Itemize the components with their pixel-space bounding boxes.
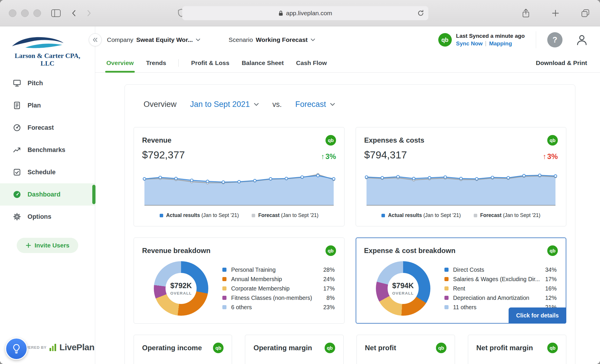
sidebar: Larson & Carter CPA, LLC Pitch Plan [0, 26, 95, 364]
forward-icon[interactable] [87, 10, 91, 17]
sync-now-link[interactable]: Sync Now [456, 40, 483, 47]
metric-card-net-profit-margin[interactable]: Net profit margin qb [468, 335, 566, 364]
card-title: Operating margin [253, 344, 312, 352]
liveplan-logo-icon [49, 343, 57, 352]
back-icon[interactable] [71, 10, 76, 17]
segment-percent: 28% [323, 266, 335, 273]
scenario-selector[interactable]: Scenario Working Forecast [229, 36, 315, 43]
legend-actual-label: Actual results [166, 212, 200, 218]
arrow-up-icon: ↑ [543, 152, 546, 161]
segment-label: Salaries & Wages (Excluding Dir... [453, 276, 540, 283]
close-window-button[interactable] [9, 9, 16, 17]
card-title: Revenue breakdown [142, 247, 210, 255]
expense-breakdown-card[interactable]: Expense & cost breakdown qb $794K OVERAL… [356, 237, 567, 324]
metric-card-row: Operating income qb Operating margin qb [134, 335, 566, 364]
reload-icon[interactable] [417, 10, 424, 17]
legend-row: Salaries & Wages (Excluding Dir...17% [444, 276, 557, 283]
donut-legend: Direct Costs34% Salaries & Wages (Exclud… [444, 266, 557, 311]
card-title: Operating income [142, 344, 202, 352]
sidebar-toggle-icon[interactable] [51, 9, 61, 17]
quickbooks-icon: qb [325, 343, 335, 353]
quickbooks-sync: qb Last Synced a minute ago Sync Now Map… [438, 33, 525, 47]
sidebar-item-schedule[interactable]: Schedule [0, 161, 95, 183]
minimize-window-button[interactable] [21, 9, 29, 17]
app-frame: Larson & Carter CPA, LLC Pitch Plan [0, 26, 600, 364]
expenses-card[interactable]: Expenses & costs qb $794,317 ↑ 3% [356, 127, 566, 226]
chevron-down-icon [330, 103, 335, 106]
download-print-button[interactable]: Download & Print [536, 59, 587, 66]
url-text: app.liveplan.com [286, 10, 332, 17]
segment-percent: 34% [545, 266, 557, 273]
sidebar-item-dashboard[interactable]: Dashboard [0, 183, 95, 206]
card-title: Net profit [365, 344, 396, 352]
legend-row: Fitness Classes (non-members)8% [222, 295, 335, 301]
segment-swatch [222, 296, 226, 300]
sidebar-item-benchmarks[interactable]: Benchmarks [0, 139, 95, 161]
help-button[interactable]: ? [547, 32, 562, 47]
card-title: Expense & cost breakdown [364, 247, 456, 255]
invite-users-button[interactable]: Invite Users [17, 238, 78, 253]
mapping-link[interactable]: Mapping [489, 40, 512, 47]
donut-total-label: OVERALL [392, 291, 414, 295]
tab-profit-loss[interactable]: Profit & Loss [191, 53, 229, 72]
period-value: Jan to Sept 2021 [190, 100, 250, 109]
legend-period: (Jan to Sept '21) [279, 212, 318, 218]
delta-value: 3% [547, 152, 558, 161]
delta-value: 3% [325, 152, 336, 161]
chevron-down-icon [196, 38, 200, 41]
tab-cash-flow[interactable]: Cash Flow [296, 53, 327, 72]
plus-icon [25, 242, 31, 248]
tab-overview[interactable]: Overview [106, 53, 134, 72]
sidebar-item-plan[interactable]: Plan [0, 94, 95, 117]
period-selector[interactable]: Jan to Sept 2021 [190, 100, 259, 109]
revenue-donut-chart: $792K OVERALL [154, 261, 208, 316]
sidebar-item-forecast[interactable]: Forecast [0, 117, 95, 139]
zoom-window-button[interactable] [33, 9, 41, 17]
segment-percent: 16% [545, 285, 557, 292]
segment-label: Corporate Membership [231, 285, 289, 292]
quickbooks-icon: qb [325, 245, 336, 256]
quickbooks-icon: qb [547, 245, 558, 256]
quickbooks-icon: qb [436, 343, 446, 353]
donut-center: $794K OVERALL [388, 273, 419, 304]
chart-legend: Actual results (Jan to Sept '21) Forecas… [364, 212, 558, 218]
click-for-details-button[interactable]: Click for details [509, 307, 566, 324]
address-bar[interactable]: app.liveplan.com [182, 6, 428, 20]
tab-trends[interactable]: Trends [146, 53, 166, 72]
segment-swatch [444, 296, 449, 300]
quickbooks-icon: qb [547, 343, 558, 353]
breakdown-row: Revenue breakdown qb $792K OVERALL [134, 237, 566, 324]
lightbulb-help-button[interactable] [5, 338, 28, 360]
main-area: Company Sweat Equity Wor... Scenario Wor… [95, 26, 600, 364]
share-icon[interactable] [521, 8, 530, 18]
compare-selector[interactable]: Forecast [295, 100, 335, 109]
revenue-card[interactable]: Revenue qb $792,377 ↑ 3% [134, 127, 345, 226]
expense-donut-chart: $794K OVERALL [376, 261, 430, 316]
tab-balance-sheet[interactable]: Balance Sheet [242, 53, 284, 72]
segment-swatch [444, 277, 449, 281]
sidebar-item-label: Options [28, 213, 51, 221]
tab-overview-icon[interactable] [581, 8, 590, 18]
metric-card-operating-margin[interactable]: Operating margin qb [245, 335, 343, 364]
forecast-icon [12, 123, 22, 132]
user-account-button[interactable] [575, 33, 588, 46]
legend-row: Corporate Membership17% [222, 285, 335, 292]
powered-by: POWERED BY LivePlan [19, 342, 94, 352]
logo-waves-icon [7, 35, 69, 52]
company-selector[interactable]: Company Sweat Equity Wor... [107, 36, 200, 43]
sidebar-item-pitch[interactable]: Pitch [0, 72, 95, 94]
revenue-value: $792,377 [142, 149, 185, 161]
metric-card-net-profit[interactable]: Net profit qb [357, 335, 455, 364]
scenario-label: Scenario [229, 36, 253, 43]
revenue-breakdown-card[interactable]: Revenue breakdown qb $792K OVERALL [134, 237, 345, 324]
expenses-value: $794,317 [364, 149, 407, 161]
sidebar-item-label: Forecast [28, 124, 54, 131]
new-tab-icon[interactable] [551, 9, 560, 17]
schedule-icon [12, 168, 22, 177]
sidebar-item-options[interactable]: Options [0, 206, 95, 228]
forecast-swatch [474, 214, 477, 217]
collapse-sidebar-button[interactable] [89, 33, 102, 46]
metric-card-operating-income[interactable]: Operating income qb [134, 335, 232, 364]
divider [536, 31, 536, 48]
sidebar-item-label: Schedule [28, 169, 56, 176]
